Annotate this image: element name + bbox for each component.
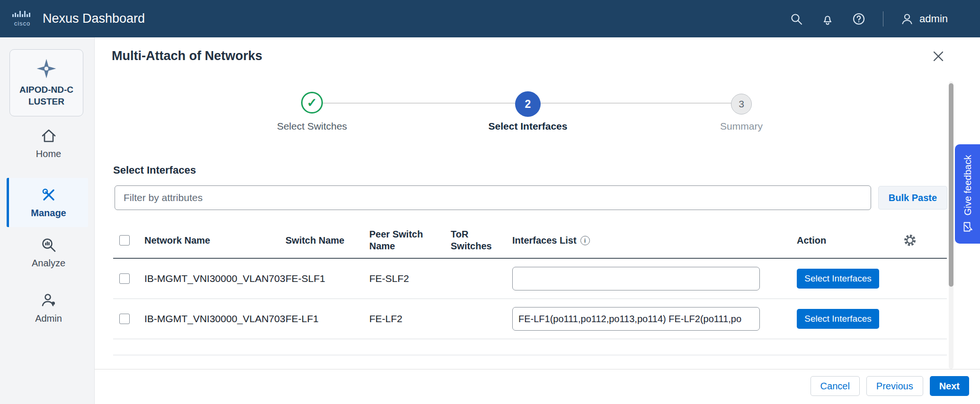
give-feedback-tab[interactable]: Give feedback	[955, 144, 980, 244]
user-menu[interactable]: admin	[900, 12, 948, 26]
screen: cisco Nexus Dashboard	[0, 0, 980, 404]
admin-user-gear-icon	[40, 292, 57, 309]
user-icon	[900, 12, 914, 26]
manage-tools-icon	[40, 186, 57, 203]
home-icon	[40, 127, 57, 144]
cisco-wordmark: cisco	[14, 20, 31, 26]
step-3-label: Summary	[685, 121, 798, 132]
footer-divider	[95, 369, 980, 369]
cisco-logo-bars	[12, 11, 32, 19]
username-label: admin	[919, 13, 948, 25]
table-row: IB-MGMT_VNI30000_VLAN703 FE-LF1 FE-LF2 S…	[113, 299, 947, 339]
table-settings-gear-icon[interactable]	[903, 233, 917, 247]
step-3-upcoming[interactable]: 3	[731, 94, 752, 114]
step-2-label: Select Interfaces	[471, 121, 585, 132]
next-button[interactable]: Next	[930, 376, 969, 396]
cluster-name: AIPOD-ND-CLUSTER	[18, 84, 75, 107]
search-icon[interactable]	[789, 12, 803, 26]
col-interfaces-list-label: Interfaces List	[512, 235, 577, 245]
row-1-select-interfaces-button[interactable]: Select Interfaces	[797, 269, 879, 289]
app-title: Nexus Dashboard	[43, 11, 145, 26]
sidebar-item-admin[interactable]: Admin	[7, 287, 88, 329]
step-1-done-check-icon[interactable]: ✓	[301, 92, 323, 114]
topbar-actions: admin	[789, 11, 948, 26]
feedback-pencil-icon	[962, 221, 973, 232]
row-1-interfaces-input[interactable]	[512, 267, 760, 290]
cisco-logo: cisco	[12, 11, 32, 26]
col-action: Action	[797, 234, 826, 246]
step-1-label: Select Switches	[255, 121, 369, 132]
give-feedback-label: Give feedback	[962, 155, 973, 216]
info-icon[interactable]: i	[580, 236, 590, 246]
notifications-bell-icon[interactable]	[820, 12, 835, 26]
sidebar-item-home[interactable]: Home	[7, 125, 88, 162]
step-2-number: 2	[525, 98, 531, 111]
row-1-network-name: IB-MGMT_VNI30000_VLAN703	[144, 272, 286, 285]
table-end	[113, 339, 947, 355]
close-icon[interactable]	[928, 46, 949, 67]
cluster-icon	[36, 58, 57, 79]
row-2-network-name: IB-MGMT_VNI30000_VLAN703	[144, 312, 286, 325]
section-title: Select Interfaces	[113, 164, 196, 176]
bulk-paste-button[interactable]: Bulk Paste	[878, 186, 947, 210]
multi-attach-modal: Multi-Attach of Networks ✓ 2 3 Select Sw…	[95, 37, 980, 404]
row-2-select-interfaces-button[interactable]: Select Interfaces	[797, 309, 879, 329]
sidebar-item-admin-label: Admin	[35, 313, 62, 324]
analyze-magnifier-icon	[40, 237, 57, 254]
row-2-switch-name: FE-LF1	[285, 313, 319, 325]
row-2-interfaces-input[interactable]	[512, 307, 760, 331]
col-tor-switches: ToR Switches	[451, 228, 503, 252]
row-1-switch-name: FE-SLF1	[285, 273, 325, 284]
sidebar-item-manage-label: Manage	[31, 208, 66, 219]
previous-button[interactable]: Previous	[866, 376, 923, 396]
help-icon[interactable]	[852, 12, 866, 26]
footer-buttons: Cancel Previous Next	[811, 376, 969, 396]
col-peer-switch-name: Peer Switch Name	[369, 228, 445, 252]
row-1-checkbox[interactable]	[119, 273, 130, 284]
cancel-button[interactable]: Cancel	[811, 376, 860, 396]
step-2-current[interactable]: 2	[515, 91, 541, 117]
col-switch-name: Switch Name	[285, 234, 344, 246]
top-header: cisco Nexus Dashboard	[0, 0, 980, 37]
cluster-selector[interactable]: AIPOD-ND-CLUSTER	[9, 49, 83, 116]
sidebar: AIPOD-ND-CLUSTER Home Manage	[0, 37, 95, 404]
row-1-peer-switch-name: FE-SLF2	[369, 273, 409, 284]
sidebar-item-home-label: Home	[36, 149, 61, 159]
row-2-peer-switch-name: FE-LF2	[369, 313, 402, 325]
step-3-number: 3	[739, 98, 744, 110]
col-network-name: Network Name	[144, 234, 210, 246]
scrollbar-thumb[interactable]	[949, 83, 953, 287]
row-2-checkbox[interactable]	[119, 314, 130, 324]
topbar-divider	[883, 11, 883, 26]
col-interfaces-list: Interfaces Listi	[512, 234, 590, 246]
sidebar-item-analyze[interactable]: Analyze	[7, 232, 88, 273]
sidebar-item-analyze-label: Analyze	[32, 258, 65, 269]
vertical-scrollbar[interactable]	[949, 81, 953, 369]
modal-title: Multi-Attach of Networks	[112, 49, 262, 63]
sidebar-item-manage[interactable]: Manage	[7, 178, 88, 227]
filter-input[interactable]	[115, 185, 871, 210]
select-all-checkbox[interactable]	[119, 235, 130, 246]
check-icon: ✓	[307, 96, 317, 110]
table-row: IB-MGMT_VNI30000_VLAN703 FE-SLF1 FE-SLF2…	[113, 259, 947, 299]
table-header: Network Name Switch Name Peer Switch Nam…	[113, 222, 947, 259]
brand: cisco Nexus Dashboard	[12, 11, 145, 26]
